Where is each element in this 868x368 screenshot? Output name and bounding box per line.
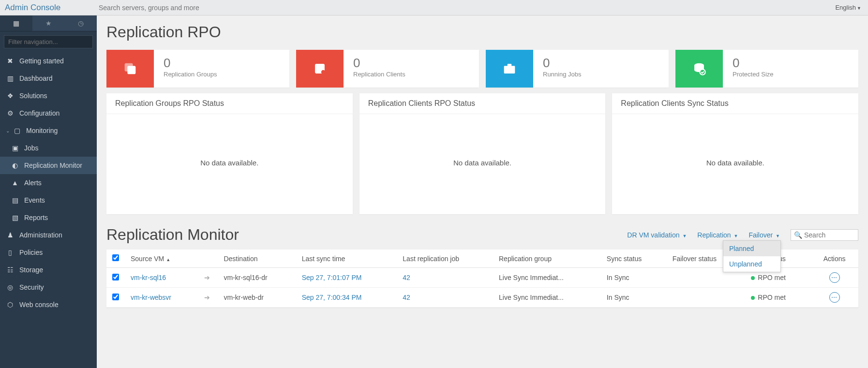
filter-box — [0, 31, 97, 52]
cell-sync: In Sync — [601, 268, 667, 288]
sidebar-item-label: Configuration — [19, 109, 60, 117]
panel-body: No data available. — [612, 114, 858, 211]
sidebar-tab-favorites[interactable]: ★ — [32, 15, 65, 31]
sidebar-item-solutions[interactable]: ❖Solutions — [0, 87, 97, 104]
stat-label: Running Jobs — [543, 71, 582, 78]
stat-value: 0 — [353, 56, 405, 71]
status-dot-green-icon — [751, 296, 755, 300]
sidebar-item-events[interactable]: ▤Events — [0, 191, 97, 209]
sidebar-item-administration[interactable]: ♟Administration — [0, 226, 97, 244]
table-row: vm-kr-websvr➔vm-kr-web-drSep 27, 7:00:34… — [106, 288, 858, 308]
briefcase-icon — [501, 60, 518, 77]
failover-option-planned[interactable]: Planned — [723, 241, 780, 256]
sidebar-item-security[interactable]: ◎Security — [0, 279, 97, 296]
sidebar-item-reports[interactable]: ▧Reports — [0, 209, 97, 226]
sidebar-item-label: Jobs — [24, 144, 39, 152]
storage-icon: ☷ — [6, 266, 15, 274]
col-source[interactable]: Source VM▲ — [125, 250, 198, 268]
cell-source-link[interactable]: vm-kr-websvr — [125, 288, 198, 308]
sidebar-tab-strip: ▦ ★ ◷ — [0, 15, 97, 31]
panel-title: Replication Groups RPO Status — [106, 93, 353, 114]
table-search-box: 🔍 — [791, 229, 858, 241]
sidebar-item-storage[interactable]: ☷Storage — [0, 261, 97, 279]
cell-destination: vm-kr-sql16-dr — [218, 268, 296, 288]
cell-last-sync-link[interactable]: Sep 27, 7:01:07 PM — [296, 268, 397, 288]
groups-icon — [122, 60, 138, 77]
svg-rect-4 — [504, 66, 515, 74]
sidebar-item-replication-monitor[interactable]: ◐Replication Monitor — [0, 157, 97, 174]
cell-failover — [667, 288, 745, 308]
filter-navigation-input[interactable] — [4, 35, 93, 48]
protected-icon — [691, 60, 707, 77]
status-dot-green-icon — [751, 276, 755, 280]
stat-label: Replication Groups — [164, 71, 217, 78]
stat-value: 0 — [733, 56, 774, 71]
sidebar-item-dashboard[interactable]: ▥Dashboard — [0, 70, 97, 87]
dr-vm-validation-button[interactable]: DR VM validation ▼ — [627, 231, 687, 239]
stat-info: 0 Replication Clients — [344, 50, 415, 88]
panel-groups-rpo: Replication Groups RPO Status No data av… — [106, 93, 353, 214]
svg-point-3 — [321, 70, 326, 74]
col-actions: Actions — [810, 250, 858, 268]
sidebar-item-getting-started[interactable]: ✖Getting started — [0, 52, 97, 70]
sidebar-item-label: Web console — [19, 301, 59, 309]
svg-rect-5 — [508, 64, 512, 67]
stat-card-replication-clients[interactable]: 0 Replication Clients — [296, 50, 479, 88]
cell-last-job-link[interactable]: 42 — [397, 268, 493, 288]
replication-button[interactable]: Replication ▼ — [697, 231, 738, 239]
events-icon: ▤ — [11, 196, 19, 204]
col-sync[interactable]: Sync status — [601, 250, 667, 268]
stat-card-replication-groups[interactable]: 0 Replication Groups — [106, 50, 289, 88]
sidebar-item-jobs[interactable]: ▣Jobs — [0, 139, 97, 157]
chevron-down-icon: ⌄ — [6, 128, 10, 133]
sidebar-item-label: Administration — [19, 231, 62, 239]
sidebar-item-monitoring[interactable]: ⌄▢Monitoring — [0, 122, 97, 139]
action-label: DR VM validation — [627, 231, 679, 239]
panel-body: No data available. — [106, 114, 353, 211]
reports-icon: ▧ — [11, 214, 19, 221]
col-group[interactable]: Replication group — [493, 250, 601, 268]
col-destination[interactable]: Destination — [218, 250, 296, 268]
sidebar-tab-recent[interactable]: ◷ — [64, 15, 97, 31]
cell-source-link[interactable]: vm-kr-sql16 — [125, 268, 198, 288]
security-icon: ◎ — [6, 283, 15, 291]
cell-last-sync-link[interactable]: Sep 27, 7:00:34 PM — [296, 288, 397, 308]
failover-button[interactable]: Failover ▼ — [748, 231, 780, 239]
app-title: Admin Console — [0, 3, 97, 13]
sidebar-tab-grid[interactable]: ▦ — [0, 15, 32, 31]
col-last-sync[interactable]: Last sync time — [296, 250, 397, 268]
cell-destination: vm-kr-web-dr — [218, 288, 296, 308]
sidebar-item-label: Replication Monitor — [24, 162, 82, 169]
row-checkbox[interactable] — [112, 294, 119, 300]
language-selector[interactable]: English▼ — [835, 4, 868, 11]
section-actions: DR VM validation ▼ Replication ▼ Failove… — [627, 229, 858, 241]
svg-rect-1 — [127, 66, 135, 74]
global-search-input[interactable] — [97, 2, 387, 14]
sidebar-item-label: Monitoring — [26, 127, 58, 134]
sidebar-item-label: Storage — [19, 266, 43, 274]
sidebar-item-alerts[interactable]: ▲Alerts — [0, 174, 97, 191]
wrench-icon: ✖ — [6, 57, 15, 65]
failover-dropdown: Planned Unplanned — [723, 240, 781, 272]
cell-last-job-link[interactable]: 42 — [397, 288, 493, 308]
stat-card-running-jobs[interactable]: 0 Running Jobs — [486, 50, 669, 88]
panel-clients-sync: Replication Clients Sync Status No data … — [612, 93, 858, 214]
table-search-input[interactable] — [804, 231, 855, 239]
failover-option-unplanned[interactable]: Unplanned — [723, 256, 780, 272]
grid-icon: ▦ — [13, 19, 19, 27]
admin-icon: ♟ — [6, 231, 15, 239]
arrow-right-icon: ➔ — [204, 274, 210, 281]
section-head: Replication Monitor DR VM validation ▼ R… — [106, 226, 858, 244]
caret-down-icon: ▼ — [857, 6, 861, 11]
row-actions-button[interactable]: ⋯ — [829, 272, 840, 283]
sidebar-item-web-console[interactable]: ⬡Web console — [0, 296, 97, 313]
col-last-job[interactable]: Last replication job — [397, 250, 493, 268]
row-checkbox[interactable] — [112, 274, 119, 280]
page-title: Replication RPO — [106, 23, 858, 41]
col-label: Source VM — [131, 255, 164, 263]
select-all-checkbox[interactable] — [112, 254, 119, 261]
stat-card-protected-size[interactable]: 0 Protected Size — [675, 50, 858, 88]
sidebar-item-configuration[interactable]: ⚙Configuration — [0, 104, 97, 122]
sidebar-item-policies[interactable]: ▯Policies — [0, 244, 97, 261]
row-actions-button[interactable]: ⋯ — [829, 292, 840, 303]
